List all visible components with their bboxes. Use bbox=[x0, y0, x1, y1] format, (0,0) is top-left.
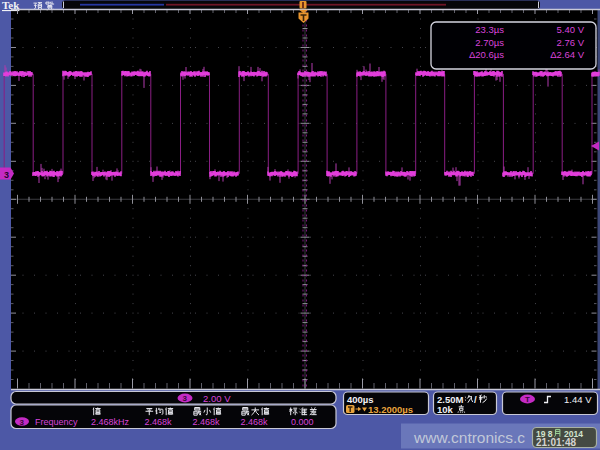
svg-text:Δ20.6µs: Δ20.6µs bbox=[469, 49, 504, 60]
svg-text:2.70µs: 2.70µs bbox=[475, 37, 504, 48]
svg-text:1.44 V: 1.44 V bbox=[564, 394, 592, 405]
svg-text:3: 3 bbox=[183, 394, 188, 403]
svg-text:21:01:48: 21:01:48 bbox=[536, 437, 576, 448]
svg-text:23.3µs: 23.3µs bbox=[475, 24, 504, 35]
svg-text:/: / bbox=[474, 394, 477, 405]
svg-text:13.2000µs: 13.2000µs bbox=[368, 404, 413, 415]
svg-text:2.468k: 2.468k bbox=[241, 417, 269, 427]
svg-text:Frequency: Frequency bbox=[35, 417, 78, 427]
svg-text:2.468k: 2.468k bbox=[193, 417, 221, 427]
svg-text:5.40 V: 5.40 V bbox=[557, 24, 585, 35]
svg-text:T: T bbox=[525, 395, 530, 404]
svg-text:2.76 V: 2.76 V bbox=[557, 37, 585, 48]
svg-text:3: 3 bbox=[20, 418, 25, 427]
svg-text:www.cntronics.c: www.cntronics.c bbox=[413, 429, 525, 446]
svg-text:2.468kHz: 2.468kHz bbox=[91, 417, 130, 427]
svg-text:2.00 V: 2.00 V bbox=[203, 393, 231, 404]
svg-text:2.468k: 2.468k bbox=[145, 417, 173, 427]
svg-text:10k: 10k bbox=[437, 404, 454, 415]
svg-text:Δ2.64 V: Δ2.64 V bbox=[550, 49, 584, 60]
svg-text:3: 3 bbox=[4, 170, 9, 180]
svg-text:0.000: 0.000 bbox=[291, 417, 314, 427]
